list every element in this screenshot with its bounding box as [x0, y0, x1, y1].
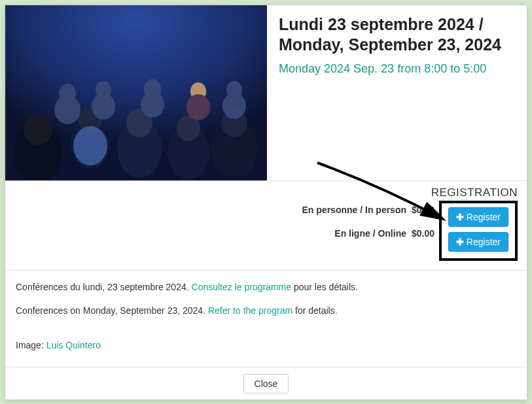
- description-section: Conférences du lundi, 23 septembre 2024.…: [5, 271, 527, 367]
- description-en: Conferences on Monday, September 23, 202…: [16, 303, 516, 318]
- plus-icon: ✚: [456, 212, 464, 222]
- registration-heading: REGISTRATION: [14, 186, 518, 199]
- registration-labels: En personne / In person $0.00 En ligne /…: [302, 205, 442, 239]
- event-datetime: Monday 2024 Sep. 23 from 8:00 to 5:00: [279, 62, 515, 76]
- svg-point-2: [24, 114, 52, 145]
- program-link-en[interactable]: Refer to the program: [208, 305, 293, 316]
- event-title: Lundi 23 septembre 2024 / Monday, Septem…: [279, 14, 515, 56]
- image-credit: Image: Luis Quintero: [16, 338, 516, 352]
- svg-point-12: [54, 95, 80, 124]
- description-fr: Conférences du lundi, 23 septembre 2024.…: [16, 280, 516, 294]
- image-credit-link[interactable]: Luis Quintero: [46, 340, 101, 350]
- register-buttons-highlight: ✚ Register ✚ Register: [439, 201, 518, 261]
- register-button-online[interactable]: ✚ Register: [448, 232, 508, 252]
- register-label: Register: [467, 212, 501, 222]
- plus-icon: ✚: [456, 237, 464, 246]
- register-button-inperson[interactable]: ✚ Register: [448, 207, 508, 227]
- reg-price-online: $0.00: [412, 228, 442, 239]
- svg-point-14: [92, 93, 115, 120]
- svg-point-16: [141, 92, 164, 118]
- registration-section: REGISTRATION En personne / In person $0.…: [5, 181, 527, 271]
- register-label: Register: [467, 237, 501, 247]
- reg-price-inperson: $0.00: [412, 205, 442, 215]
- hero-image: [5, 5, 267, 180]
- top-section: Lundi 23 septembre 2024 / Monday, Septem…: [5, 5, 527, 181]
- modal-footer: Close: [5, 367, 527, 400]
- program-link-fr[interactable]: Consultez le programme: [192, 282, 292, 292]
- event-modal: Lundi 23 septembre 2024 / Monday, Septem…: [5, 5, 527, 400]
- reg-label-inperson: En personne / In person: [302, 205, 406, 215]
- svg-point-20: [222, 93, 246, 119]
- reg-label-online: En ligne / Online: [334, 228, 406, 239]
- svg-point-21: [73, 126, 107, 165]
- svg-point-18: [186, 94, 210, 120]
- close-button[interactable]: Close: [243, 374, 289, 394]
- title-block: Lundi 23 septembre 2024 / Monday, Septem…: [267, 5, 527, 180]
